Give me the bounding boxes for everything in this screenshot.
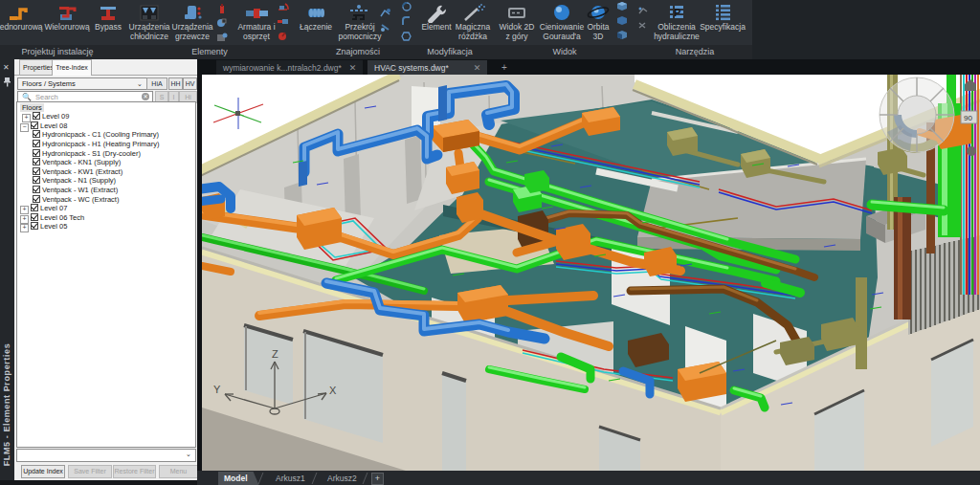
svg-text:90: 90 bbox=[964, 114, 972, 122]
svg-text:P: P bbox=[674, 7, 680, 18]
svg-text:X: X bbox=[329, 385, 337, 396]
svg-text:Z: Z bbox=[272, 348, 278, 360]
svg-text:Y: Y bbox=[213, 384, 221, 395]
